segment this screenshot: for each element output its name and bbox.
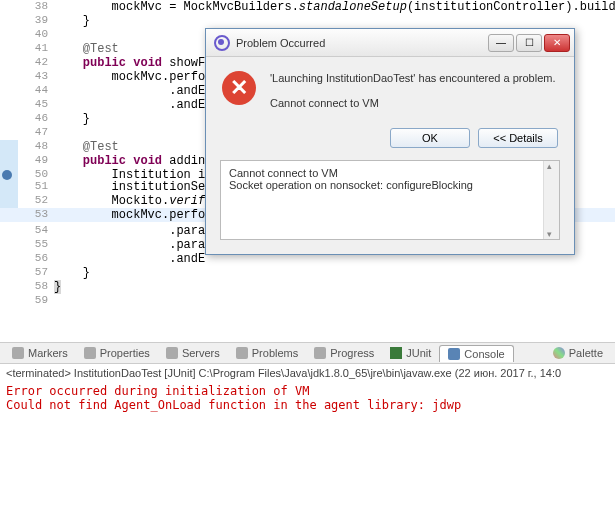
detail-line: Socket operation on nonsocket: configure…	[229, 179, 551, 191]
error-message: 'Launching InstitutionDaoTest' has encou…	[270, 71, 558, 86]
line-number: 57	[18, 266, 48, 278]
line-number: 38	[18, 0, 48, 12]
line-number: 49	[18, 154, 48, 166]
line-number: 59	[18, 294, 48, 306]
problems-icon	[236, 347, 248, 359]
error-details-panel[interactable]: Cannot connect to VM Socket operation on…	[220, 160, 560, 240]
line-number: 56	[18, 252, 48, 264]
tab-label: Palette	[569, 347, 603, 359]
details-button[interactable]: << Details	[478, 128, 558, 148]
tab-markers[interactable]: Markers	[4, 345, 76, 361]
line-number: 44	[18, 84, 48, 96]
console-process-label: <terminated> InstitutionDaoTest [JUnit] …	[0, 364, 615, 382]
error-submessage: Cannot connect to VM	[270, 96, 558, 111]
tab-progress[interactable]: Progress	[306, 345, 382, 361]
markers-icon	[12, 347, 24, 359]
ok-button[interactable]: OK	[390, 128, 470, 148]
console-output[interactable]: Error occurred during initialization of …	[0, 382, 615, 414]
line-number: 48	[18, 140, 48, 152]
code-line[interactable]: .andE	[54, 84, 205, 98]
tab-console[interactable]: Console	[439, 345, 513, 362]
line-number: 45	[18, 98, 48, 110]
tab-label: Console	[464, 348, 504, 360]
code-line[interactable]: }	[54, 14, 90, 28]
console-line: Error occurred during initialization of …	[6, 384, 609, 398]
views-tabbar: Markers Properties Servers Problems Prog…	[0, 342, 615, 364]
console-line: Could not find Agent_OnLoad function in …	[6, 398, 609, 412]
tab-junit[interactable]: JUnit	[382, 345, 439, 361]
code-line[interactable]: }	[54, 112, 90, 126]
line-number: 51	[18, 180, 48, 192]
dialog-button-row: OK << Details	[206, 122, 574, 160]
line-number: 46	[18, 112, 48, 124]
properties-icon	[84, 347, 96, 359]
line-number: 53	[18, 208, 48, 220]
code-line[interactable]: mockMvc.perfo	[54, 70, 205, 84]
dialog-body: ✕ 'Launching InstitutionDaoTest' has enc…	[206, 57, 574, 122]
tab-problems[interactable]: Problems	[228, 345, 306, 361]
line-number: 58	[18, 280, 48, 292]
code-line[interactable]: public void showF	[54, 56, 205, 70]
palette-icon	[553, 347, 565, 359]
tab-label: Progress	[330, 347, 374, 359]
code-line[interactable]: }	[54, 280, 61, 294]
line-number: 43	[18, 70, 48, 82]
eclipse-icon	[214, 35, 230, 51]
detail-line: Cannot connect to VM	[229, 167, 551, 179]
junit-icon	[390, 347, 402, 359]
close-button[interactable]: ✕	[544, 34, 570, 52]
code-line[interactable]: @Test	[54, 140, 119, 154]
breakpoint-marker[interactable]	[0, 168, 18, 182]
line-number: 41	[18, 42, 48, 54]
code-line[interactable]: public void adding	[54, 154, 212, 168]
dialog-title: Problem Occurred	[236, 37, 488, 49]
window-controls: — ☐ ✕	[488, 34, 570, 52]
code-line[interactable]: @Test	[54, 42, 119, 56]
scrollbar[interactable]	[543, 161, 559, 239]
code-line[interactable]: mockMvc = MockMvcBuilders.standaloneSetu…	[54, 0, 615, 14]
line-number: 42	[18, 56, 48, 68]
tab-label: Problems	[252, 347, 298, 359]
line-number: 50	[18, 168, 48, 180]
code-line[interactable]: .andE	[54, 98, 205, 112]
code-line[interactable]: }	[54, 266, 90, 280]
line-number: 47	[18, 126, 48, 138]
error-icon: ✕	[222, 71, 256, 105]
line-number: 52	[18, 194, 48, 206]
minimize-button[interactable]: —	[488, 34, 514, 52]
tab-servers[interactable]: Servers	[158, 345, 228, 361]
tab-label: Servers	[182, 347, 220, 359]
line-number: 55	[18, 238, 48, 250]
code-line[interactable]: Mockito.verif	[54, 194, 205, 208]
servers-icon	[166, 347, 178, 359]
tab-properties[interactable]: Properties	[76, 345, 158, 361]
tab-label: Markers	[28, 347, 68, 359]
console-icon	[448, 348, 460, 360]
tab-palette[interactable]: Palette	[545, 345, 611, 361]
progress-icon	[314, 347, 326, 359]
code-line[interactable]: institutionSe	[54, 180, 205, 194]
tab-label: JUnit	[406, 347, 431, 359]
line-number: 40	[18, 28, 48, 40]
tab-label: Properties	[100, 347, 150, 359]
dialog-titlebar[interactable]: Problem Occurred — ☐ ✕	[206, 29, 574, 57]
error-dialog: Problem Occurred — ☐ ✕ ✕ 'Launching Inst…	[205, 28, 575, 255]
maximize-button[interactable]: ☐	[516, 34, 542, 52]
line-number: 39	[18, 14, 48, 26]
line-number: 54	[18, 224, 48, 236]
